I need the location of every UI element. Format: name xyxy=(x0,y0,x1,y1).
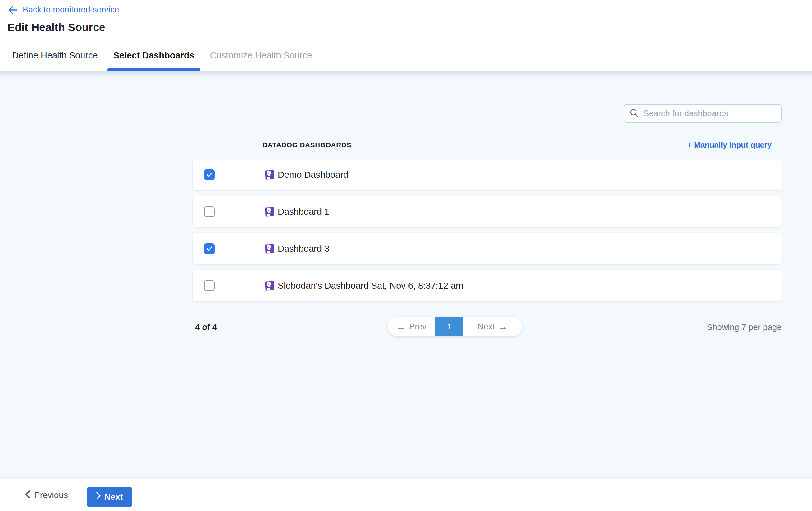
pagination-next-label: Next xyxy=(477,322,495,332)
column-header-datadog-dashboards: DATADOG DASHBOARDS xyxy=(262,141,351,149)
pagination: ← Prev 1 Next → xyxy=(388,317,522,336)
dashboard-checkbox[interactable] xyxy=(204,169,215,180)
edit-health-source-page: Back to monitored service Edit Health So… xyxy=(0,0,812,511)
tab-select-dashboards[interactable]: Select Dashboards xyxy=(108,40,200,71)
dashboard-row[interactable]: Demo Dashboard xyxy=(193,159,782,190)
wizard-footer: Previous Next xyxy=(0,479,812,511)
dashboard-row[interactable]: Dashboard 1 xyxy=(193,196,782,227)
dashboard-row[interactable]: Slobodan's Dashboard Sat, Nov 6, 8:37:12… xyxy=(193,270,782,301)
next-button[interactable]: Next xyxy=(87,487,132,507)
dashboard-checkbox[interactable] xyxy=(204,243,215,254)
search-input[interactable] xyxy=(643,109,776,118)
header-shadow xyxy=(0,72,812,77)
dashboard-label: Demo Dashboard xyxy=(278,170,348,180)
datadog-icon xyxy=(265,169,274,180)
manually-input-query-link[interactable]: + Manually input query xyxy=(687,140,772,150)
dashboard-label: Dashboard 1 xyxy=(278,207,329,217)
pagination-prev-label: Prev xyxy=(409,322,427,332)
search-icon xyxy=(629,108,639,119)
result-count: 4 of 4 xyxy=(195,323,217,332)
arrow-left-icon xyxy=(8,6,18,14)
chevron-left-icon xyxy=(25,490,30,501)
back-link-label: Back to monitored service xyxy=(23,5,119,15)
pagination-page-1[interactable]: 1 xyxy=(435,317,463,336)
dashboard-checkbox[interactable] xyxy=(204,206,215,217)
dashboard-label: Dashboard 3 xyxy=(278,244,329,254)
datadog-icon xyxy=(265,280,274,291)
dashboard-search xyxy=(624,104,782,123)
tab-define-health-source[interactable]: Define Health Source xyxy=(6,40,104,71)
previous-button-label: Previous xyxy=(34,490,68,500)
chevron-right-icon xyxy=(96,492,101,502)
datadog-icon xyxy=(265,243,274,254)
tab-customize-health-source[interactable]: Customize Health Source xyxy=(204,40,318,71)
datadog-icon xyxy=(265,206,274,217)
back-to-monitored-service-link[interactable]: Back to monitored service xyxy=(8,5,119,15)
previous-button[interactable]: Previous xyxy=(25,479,68,511)
page-title: Edit Health Source xyxy=(7,21,105,33)
dashboard-list: Demo Dashboard Dashboard 1 xyxy=(193,159,782,307)
tab-bar: Define Health Source Select Dashboards C… xyxy=(6,40,322,71)
page-header: Back to monitored service Edit Health So… xyxy=(0,0,812,71)
next-button-label: Next xyxy=(105,492,123,502)
arrow-left-icon: ← xyxy=(396,322,405,331)
pagination-prev-button[interactable]: ← Prev xyxy=(388,317,435,336)
dashboard-label: Slobodan's Dashboard Sat, Nov 6, 8:37:12… xyxy=(278,281,463,291)
pagination-next-button[interactable]: Next → xyxy=(463,317,522,336)
arrow-right-icon: → xyxy=(499,322,508,331)
dashboard-row[interactable]: Dashboard 3 xyxy=(193,233,782,264)
per-page-label: Showing 7 per page xyxy=(707,323,782,332)
dashboard-checkbox[interactable] xyxy=(204,280,215,291)
